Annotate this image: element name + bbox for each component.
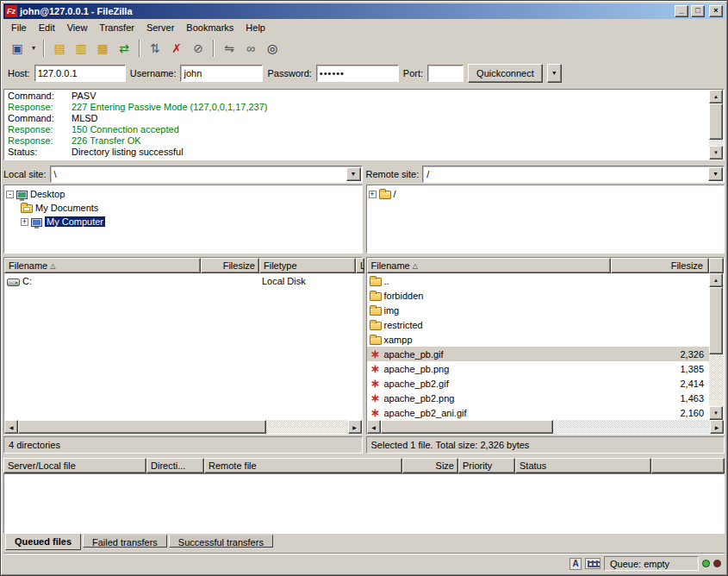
column-header-filesize[interactable]: Filesize [201, 258, 259, 273]
find-files-icon[interactable]: ◎ [262, 38, 283, 59]
message-log-icon[interactable]: ▤ [49, 38, 70, 59]
remote-file-row[interactable]: ∗ apache_pb2.png 1,463 [367, 391, 710, 405]
port-input[interactable] [427, 65, 464, 82]
remote-file-row[interactable]: restricted [367, 317, 710, 332]
username-input[interactable] [180, 65, 263, 82]
image-file-icon: ∗ [370, 392, 382, 404]
toolbar: ▣ ▾ ▤ ▥ ▦ ⇄ ⇅ ✗ ⊘ ⇋ ∞ ◎ [3, 36, 725, 59]
scroll-up-icon[interactable]: ▲ [709, 90, 723, 103]
remote-tree-icon[interactable]: ▦ [92, 38, 113, 59]
menu-help[interactable]: Help [240, 20, 271, 35]
remote-vertical-scrollbar[interactable]: ▲ ▼ [709, 273, 724, 420]
menu-view[interactable]: View [61, 20, 94, 35]
remote-file-row-selected[interactable]: ∗ apache_pb.gif 2,326 [367, 347, 710, 361]
tree-item-my-documents[interactable]: My Documents [6, 201, 360, 215]
column-header-server-local-file[interactable]: Server/Local file [3, 458, 146, 473]
remote-file-row[interactable]: .. [367, 273, 710, 288]
host-input[interactable] [34, 65, 126, 82]
remote-site-row: Remote site: / ▾ [366, 165, 725, 183]
close-button[interactable]: × [709, 5, 723, 17]
column-header-filetype[interactable]: Filetype [259, 258, 356, 273]
cancel-icon[interactable]: ✗ [166, 38, 187, 59]
remote-file-row[interactable]: xampp [367, 332, 710, 347]
collapse-icon[interactable]: - [6, 191, 14, 198]
local-horizontal-scrollbar[interactable]: ◀ ▶ [4, 420, 362, 434]
menu-file[interactable]: File [5, 20, 33, 35]
remote-file-row[interactable]: ∗ apache_pb2_ani.gif 2,160 [367, 405, 710, 420]
message-log: Command: PASV Response: 227 Entering Pas… [3, 89, 725, 160]
column-header-direction[interactable]: Directi... [146, 458, 204, 473]
app-icon: Fz [5, 5, 17, 17]
scroll-down-icon[interactable]: ▼ [709, 146, 723, 160]
image-file-icon: ∗ [370, 348, 382, 360]
remote-file-row[interactable]: ∗ apache_pb.png 1,385 [367, 361, 710, 376]
column-header-priority[interactable]: Priority [458, 458, 515, 473]
menu-transfer[interactable]: Transfer [93, 20, 140, 35]
scroll-right-icon[interactable]: ▶ [348, 420, 362, 434]
column-header-size[interactable]: Size [402, 458, 458, 473]
local-file-row[interactable]: C: Local Disk [4, 273, 362, 288]
tab-successful-transfers[interactable]: Successful transfers [169, 535, 273, 548]
password-input[interactable] [316, 65, 399, 82]
log-vertical-scrollbar[interactable]: ▲ ▼ [709, 90, 724, 160]
remote-file-row[interactable]: img [367, 303, 710, 317]
local-site-combo[interactable]: \ ▾ [50, 166, 363, 183]
synchronized-browsing-icon[interactable]: ∞ [240, 38, 261, 59]
local-tree: - Desktop My Documents + My Computer [3, 185, 363, 254]
scroll-left-icon[interactable]: ◀ [4, 420, 18, 434]
site-manager-icon[interactable]: ▣ [7, 38, 28, 59]
local-tree-icon[interactable]: ▥ [71, 38, 91, 59]
column-header-status[interactable]: Status [515, 458, 651, 473]
log-line: Response: 150 Connection accepted [8, 124, 709, 135]
remote-horizontal-scrollbar[interactable]: ◀ ▶ [367, 420, 725, 434]
remote-site-combo[interactable]: / ▾ [422, 166, 725, 183]
log-line: Response: 227 Entering Passive Mode (127… [8, 102, 709, 113]
scroll-up-icon[interactable]: ▲ [709, 273, 723, 287]
chevron-down-icon[interactable]: ▾ [346, 167, 361, 181]
chevron-down-icon[interactable]: ▾ [708, 167, 723, 181]
tree-item-desktop[interactable]: - Desktop [6, 187, 360, 201]
scrollbar-thumb[interactable] [709, 103, 723, 140]
quickconnect-dropdown-icon[interactable]: ▾ [547, 64, 562, 83]
scrollbar-thumb[interactable] [18, 420, 266, 434]
remote-file-row[interactable]: ∗ apache_pb2.gif 2,414 [367, 376, 710, 391]
scrollbar-thumb[interactable] [381, 420, 553, 434]
scrollbar-thumb[interactable] [709, 287, 723, 354]
scroll-left-icon[interactable]: ◀ [367, 420, 381, 434]
column-header-last-modified[interactable]: L [356, 258, 364, 273]
tree-item-my-computer[interactable]: + My Computer [6, 215, 360, 229]
column-header-filename[interactable]: Filename △ [4, 258, 201, 273]
minimize-button[interactable]: _ [675, 5, 688, 17]
column-header-remote-file[interactable]: Remote file [204, 458, 402, 473]
menu-edit[interactable]: Edit [33, 20, 61, 35]
disconnect-icon[interactable]: ⊘ [188, 38, 208, 59]
site-manager-dropdown-icon[interactable]: ▾ [28, 38, 39, 59]
local-status-bar: 4 directories [3, 436, 363, 454]
remote-file-row[interactable]: forbidden [367, 288, 710, 303]
local-pane: Local site: \ ▾ - Desktop My Documents [3, 165, 363, 454]
menu-bookmarks[interactable]: Bookmarks [180, 20, 240, 35]
transfer-type-icon[interactable]: A [569, 558, 582, 570]
queue-status-panel: Queue: empty [604, 556, 699, 571]
folder-icon [370, 278, 382, 286]
maximize-button[interactable]: □ [691, 5, 705, 17]
queue-body[interactable] [3, 473, 725, 534]
menu-server[interactable]: Server [140, 20, 180, 35]
expand-icon[interactable]: + [21, 218, 28, 226]
scroll-down-icon[interactable]: ▼ [709, 406, 723, 420]
folder-icon [370, 292, 382, 301]
tree-item-root[interactable]: + / [369, 187, 723, 201]
tab-queued-files[interactable]: Queued files [5, 534, 81, 550]
process-queue-icon[interactable]: ⇅ [145, 38, 165, 59]
log-line: Command: PASV [8, 91, 709, 102]
quickconnect-button[interactable]: Quickconnect [468, 64, 543, 83]
keypad-icon[interactable] [585, 558, 600, 569]
scroll-right-icon[interactable]: ▶ [710, 420, 724, 434]
column-header-filesize[interactable]: Filesize [611, 258, 710, 273]
expand-icon[interactable]: + [369, 191, 376, 198]
column-header-filename[interactable]: Filename △ [367, 258, 611, 273]
window-title: john@127.0.0.1 - FileZilla [20, 6, 672, 16]
refresh-icon[interactable]: ⇄ [114, 38, 134, 59]
tab-failed-transfers[interactable]: Failed transfers [83, 535, 167, 548]
directory-comparison-icon[interactable]: ⇋ [219, 38, 240, 59]
